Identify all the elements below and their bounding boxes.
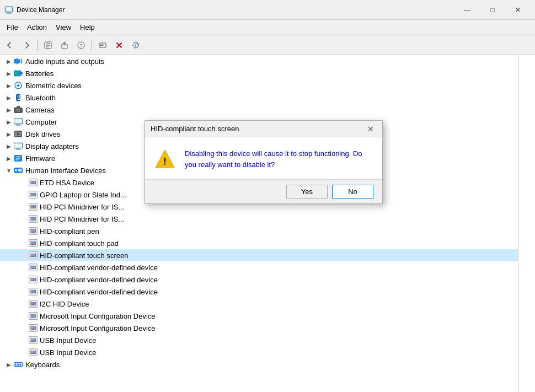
dialog-body: ! Disabling this device will cause it to… [145,137,382,179]
yes-button[interactable]: Yes [286,185,328,199]
dialog-message: Disabling this device will cause it to s… [185,148,373,170]
svg-text:!: ! [163,156,167,167]
dialog-overlay: HID-compliant touch screen ✕ ! Disabling… [0,0,535,392]
dialog-title: HID-compliant touch screen [151,125,365,133]
no-button[interactable]: No [332,185,373,199]
warning-icon: ! [154,148,176,170]
dialog-close-button[interactable]: ✕ [365,123,377,135]
dialog-title-bar: HID-compliant touch screen ✕ [145,121,382,137]
dialog: HID-compliant touch screen ✕ ! Disabling… [145,120,383,204]
dialog-footer: Yes No [145,179,382,203]
